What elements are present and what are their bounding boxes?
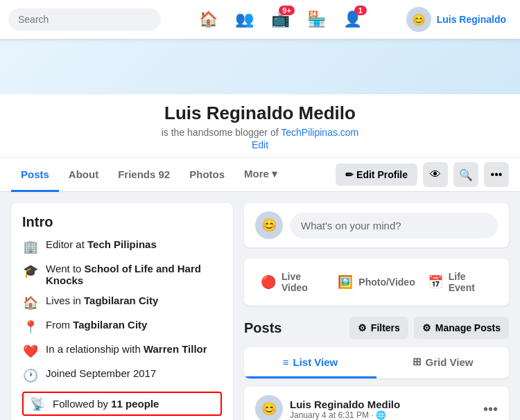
groups-badge: 1: [354, 6, 367, 15]
post-author-avatar: 😊: [255, 395, 283, 420]
photo-video-label: Photo/Video: [358, 277, 415, 288]
store-icon: 🏪: [307, 10, 326, 28]
intro-education: 🎓 Went to School of Life and Hard Knocks: [22, 263, 222, 286]
create-post-input[interactable]: What's on your mind?: [290, 213, 498, 238]
location-icon: 📍: [22, 320, 39, 335]
post-timestamp: January 4 at 6:31 PM · 🌐: [290, 410, 476, 420]
life-event-icon: 📅: [428, 274, 443, 290]
more-options-button[interactable]: •••: [484, 162, 509, 187]
photo-video-btn[interactable]: 🖼️ Photo/Video: [332, 265, 420, 299]
live-video-label: Live Video: [281, 271, 325, 293]
nav-tab-more[interactable]: More ▾: [234, 158, 287, 192]
heart-icon: ❤️: [22, 344, 39, 359]
video-badge: 9+: [279, 6, 295, 15]
school-name: School of Life and Hard Knocks: [46, 263, 201, 286]
grid-view-tab[interactable]: ⊞ Grid View: [376, 347, 509, 378]
graduation-icon: 🎓: [22, 263, 39, 279]
intro-title: Intro: [22, 214, 222, 230]
profile-info: Luis Reginaldo Medilo is the handsome bl…: [0, 94, 520, 150]
gear-icon: ⚙: [422, 322, 431, 333]
groups-nav-btn[interactable]: 👤 1: [336, 3, 370, 36]
profile-edit-link[interactable]: Edit: [252, 139, 268, 150]
posts-controls: ⚙ Filters ⚙ Manage Posts: [349, 317, 509, 339]
profile-tagline: is the handsome blogger of TechPilipinas…: [0, 127, 520, 138]
cover-photo: [0, 39, 520, 94]
edit-profile-button[interactable]: ✏ Edit Profile: [336, 164, 417, 186]
life-event-label: Life Event: [449, 271, 492, 293]
video-nav-btn[interactable]: 📺 9+: [264, 3, 297, 36]
friends-icon: 👥: [235, 10, 254, 28]
sidebar: Intro 🏢 Editor at Tech Pilipinas 🎓 Went …: [11, 203, 233, 420]
posts-section-title: Posts: [244, 320, 281, 336]
intro-lives: 🏠 Lives in Tagbilaran City: [22, 295, 222, 310]
nav-right: 😊 Luis Reginaldo: [401, 4, 512, 35]
intro-from: 📍 From Tagbilaran City: [22, 319, 222, 335]
manage-posts-button[interactable]: ⚙ Manage Posts: [414, 317, 509, 339]
grid-view-label: Grid View: [426, 356, 474, 368]
tagline-link[interactable]: TechPilipinas.com: [281, 127, 358, 138]
post-card: 😊 Luis Reginaldo Medilo January 4 at 6:3…: [244, 387, 509, 420]
ellipsis-icon: •••: [491, 168, 503, 181]
filters-icon: ⚙: [358, 322, 367, 333]
home-nav-btn[interactable]: 🏠: [192, 3, 225, 36]
building-icon: 🏢: [22, 239, 39, 254]
home-icon: 🏠: [22, 295, 39, 310]
list-view-label: List View: [293, 356, 338, 368]
friends-nav-btn[interactable]: 👥: [228, 3, 261, 36]
employer-name: Tech Pilipinas: [87, 238, 157, 250]
city-from: Tagbilaran City: [73, 319, 147, 331]
post-header: 😊 Luis Reginaldo Medilo January 4 at 6:3…: [244, 387, 509, 420]
intro-employer: 🏢 Editor at Tech Pilipinas: [22, 238, 222, 254]
view-toggle: ≡ List View ⊞ Grid View: [244, 347, 509, 378]
create-post-card: 😊 What's on your mind?: [244, 203, 509, 247]
profile-nav: Posts About Friends 92 Photos More ▾ ✏ E…: [0, 157, 520, 191]
filters-button[interactable]: ⚙ Filters: [349, 317, 408, 339]
post-actions-bar: 🔴 Live Video 🖼️ Photo/Video 📅 Life Event: [244, 259, 509, 306]
manage-posts-label: Manage Posts: [435, 322, 501, 333]
grid-view-icon: ⊞: [413, 356, 422, 368]
profile-name: Luis Reginaldo Medilo: [0, 103, 520, 124]
home-icon: 🏠: [199, 10, 218, 28]
main-content: Intro 🏢 Editor at Tech Pilipinas 🎓 Went …: [0, 192, 520, 420]
profile-header: Luis Reginaldo Medilo is the handsome bl…: [0, 39, 520, 192]
store-nav-btn[interactable]: 🏪: [300, 3, 333, 36]
city-lives: Tagbilaran City: [84, 295, 158, 306]
create-post-avatar: 😊: [255, 211, 283, 239]
eye-icon: 👁: [430, 168, 441, 181]
list-view-icon: ≡: [283, 356, 289, 368]
nav-tab-friends[interactable]: Friends 92: [108, 159, 180, 192]
intro-relationship: ❤️ In a relationship with Warren Tillor: [22, 343, 222, 359]
nav-username: Luis Reginaldo: [437, 14, 506, 25]
nav-tab-about[interactable]: About: [59, 159, 108, 192]
feed: 😊 What's on your mind? 🔴 Live Video 🖼️ P…: [244, 203, 509, 420]
avatar: 😊: [406, 7, 431, 32]
nav-tab-photos[interactable]: Photos: [180, 159, 234, 192]
filters-label: Filters: [371, 322, 400, 333]
followers-icon: 📡: [29, 396, 46, 412]
profile-nav-actions: ✏ Edit Profile 👁 🔍 •••: [336, 162, 509, 187]
post-author-name[interactable]: Luis Reginaldo Medilo: [290, 399, 476, 410]
search-icon: 🔍: [459, 168, 473, 182]
search-icon-button[interactable]: 🔍: [453, 162, 478, 187]
search-bar[interactable]: [8, 8, 161, 30]
intro-followed: 📡 Followed by 11 people: [22, 392, 222, 416]
navbar: 🏠 👥 📺 9+ 🏪 👤 1 😊 Luis Reginaldo: [0, 0, 520, 39]
list-view-tab[interactable]: ≡ List View: [244, 347, 376, 378]
search-input[interactable]: [8, 8, 161, 30]
clock-icon: 🕐: [22, 368, 39, 383]
nav-icons: 🏠 👥 📺 9+ 🏪 👤 1: [161, 3, 401, 36]
post-more-button[interactable]: •••: [483, 401, 498, 417]
follower-count: 11 people: [111, 398, 159, 410]
live-video-icon: 🔴: [261, 274, 276, 290]
live-video-btn[interactable]: 🔴 Live Video: [255, 265, 331, 299]
eye-icon-button[interactable]: 👁: [423, 162, 448, 187]
join-date: Joined September 2017: [46, 367, 156, 379]
intro-card: Intro 🏢 Editor at Tech Pilipinas 🎓 Went …: [11, 203, 233, 420]
partner-name: Warren Tillor: [144, 343, 207, 355]
nav-user-btn[interactable]: 😊 Luis Reginaldo: [401, 4, 512, 35]
post-author-info: Luis Reginaldo Medilo January 4 at 6:31 …: [290, 399, 476, 420]
photo-video-icon: 🖼️: [338, 274, 353, 290]
life-event-btn[interactable]: 📅 Life Event: [422, 265, 498, 299]
nav-tab-posts[interactable]: Posts: [11, 159, 59, 192]
posts-header: Posts ⚙ Filters ⚙ Manage Posts: [244, 317, 509, 339]
